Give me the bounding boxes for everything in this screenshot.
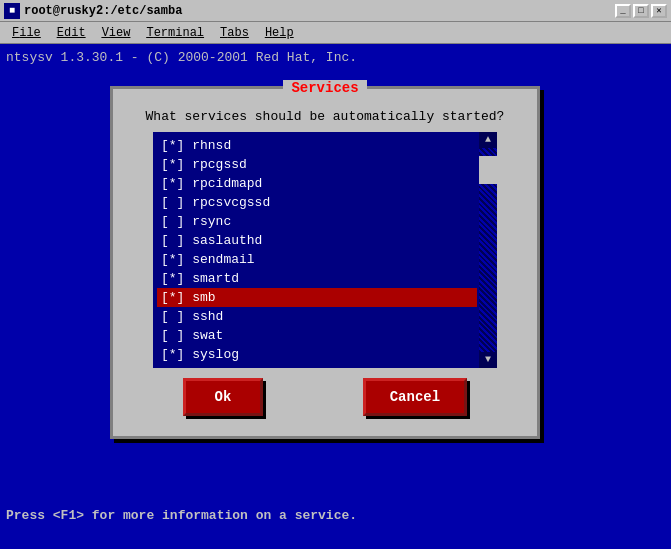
- list-item[interactable]: [*] smb: [157, 288, 477, 307]
- services-dialog: Services What services should be automat…: [110, 86, 540, 439]
- list-item[interactable]: [*] syslog: [157, 345, 477, 364]
- dialog-question: What services should be automatically st…: [123, 109, 527, 124]
- cancel-button[interactable]: Cancel: [363, 378, 467, 416]
- list-item[interactable]: [*] rhnsd: [157, 136, 477, 155]
- minimize-button[interactable]: _: [615, 4, 631, 18]
- menu-help[interactable]: Help: [257, 24, 302, 42]
- terminal-area: ntsysv 1.3.30.1 - (C) 2000-2001 Red Hat,…: [0, 44, 671, 527]
- title-bar: ■ root@rusky2:/etc/samba _ □ ✕: [0, 0, 671, 22]
- list-item[interactable]: [*] sendmail: [157, 250, 477, 269]
- maximize-button[interactable]: □: [633, 4, 649, 18]
- dialog-buttons: Ok Cancel: [133, 378, 517, 416]
- scrollbar-up-arrow[interactable]: ▲: [479, 132, 497, 148]
- list-item[interactable]: [ ] swat: [157, 326, 477, 345]
- list-item[interactable]: [ ] rsync: [157, 212, 477, 231]
- services-list[interactable]: [*] rhnsd[*] rpcgssd[*] rpcidmapd[ ] rpc…: [153, 132, 497, 368]
- dialog-title: Services: [283, 80, 366, 96]
- window-title: root@rusky2:/etc/samba: [24, 4, 182, 18]
- window-controls: _ □ ✕: [615, 4, 667, 18]
- window-icon: ■: [4, 3, 20, 19]
- menu-tabs[interactable]: Tabs: [212, 24, 257, 42]
- list-item[interactable]: [ ] saslauthd: [157, 231, 477, 250]
- menu-file[interactable]: File: [4, 24, 49, 42]
- scrollbar-thumb[interactable]: [479, 156, 497, 184]
- list-item[interactable]: [ ] rpcsvcgssd: [157, 193, 477, 212]
- menu-view[interactable]: View: [94, 24, 139, 42]
- menu-bar: File Edit View Terminal Tabs Help: [0, 22, 671, 44]
- menu-terminal[interactable]: Terminal: [138, 24, 212, 42]
- list-item[interactable]: [*] smartd: [157, 269, 477, 288]
- status-bar: Press <F1> for more information on a ser…: [0, 505, 671, 527]
- list-item[interactable]: [ ] sshd: [157, 307, 477, 326]
- terminal-line-1: ntsysv 1.3.30.1 - (C) 2000-2001 Red Hat,…: [6, 48, 665, 68]
- close-button[interactable]: ✕: [651, 4, 667, 18]
- scrollbar-track: [479, 148, 497, 352]
- list-item[interactable]: [*] rpcgssd: [157, 155, 477, 174]
- ok-button[interactable]: Ok: [183, 378, 263, 416]
- list-item[interactable]: [*] rpcidmapd: [157, 174, 477, 193]
- scrollbar-down-arrow[interactable]: ▼: [479, 352, 497, 368]
- menu-edit[interactable]: Edit: [49, 24, 94, 42]
